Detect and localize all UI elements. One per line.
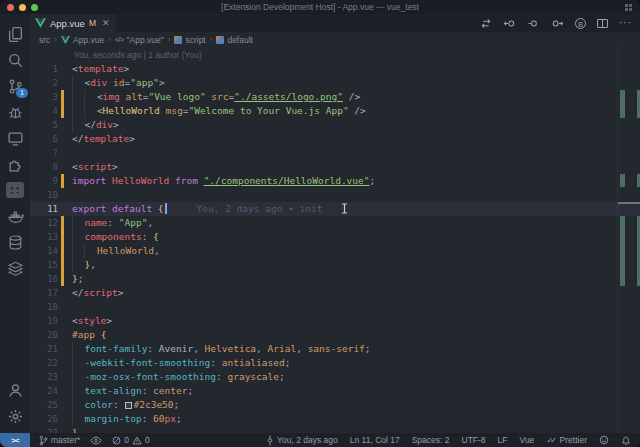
- module-symbol-icon: [174, 36, 182, 44]
- more-actions-icon[interactable]: ···: [619, 20, 632, 26]
- code-line-16[interactable]: 16};: [30, 272, 640, 286]
- activity-bar: 1: [0, 14, 30, 433]
- git-branch-item[interactable]: master*: [38, 435, 80, 446]
- git-commit-icon: [266, 435, 274, 446]
- overview-ruler[interactable]: [617, 47, 640, 433]
- code-line-2[interactable]: 2<div id="app">: [30, 76, 640, 90]
- code-line-5[interactable]: 5</div>: [30, 118, 640, 132]
- errors-icon: [112, 436, 121, 445]
- docker-icon[interactable]: [2, 203, 28, 229]
- code-line-12[interactable]: 12name: "App",: [30, 216, 640, 230]
- mouse-pointer-ibeam: [341, 203, 348, 218]
- run-debug-icon[interactable]: [2, 99, 28, 125]
- code-line-7[interactable]: 7: [30, 146, 640, 160]
- code-line-23[interactable]: 23-moz-osx-font-smoothing: grayscale;: [30, 370, 640, 384]
- settings-gear-icon[interactable]: [2, 403, 28, 429]
- code-editor[interactable]: You, seconds ago | 1 author (You) 1<temp…: [30, 47, 640, 433]
- tab-bar: App.vue M ✕ B ···: [30, 14, 640, 32]
- tab-app-vue[interactable]: App.vue M ✕: [30, 14, 116, 32]
- vscode-window: [Extension Development Host] - App.vue —…: [0, 0, 640, 447]
- indentation[interactable]: Spaces: 2: [412, 435, 450, 445]
- git-branch-icon: [38, 435, 48, 446]
- errors-count: 0: [124, 435, 129, 445]
- markup-symbol-icon: </>: [115, 36, 124, 43]
- code-line-8[interactable]: 8<script>: [30, 160, 640, 174]
- problems-item[interactable]: 0 0: [112, 435, 149, 445]
- encoding[interactable]: UTF-8: [462, 435, 486, 445]
- language-mode[interactable]: Vue: [520, 435, 535, 445]
- code-line-21[interactable]: 21font-family: Avenir, Helvetica, Arial,…: [30, 342, 640, 356]
- warnings-count: 0: [145, 435, 150, 445]
- open-changes-icon[interactable]: [527, 18, 540, 29]
- extensions-icon[interactable]: [2, 151, 28, 177]
- breadcrumb-app-vue[interactable]: App.vue: [61, 35, 104, 45]
- breadcrumb-src[interactable]: src: [39, 35, 50, 45]
- module-symbol-icon: [216, 36, 224, 44]
- layers-icon[interactable]: [2, 255, 28, 281]
- remote-icon: ><: [11, 436, 18, 445]
- accounts-icon[interactable]: [2, 377, 28, 403]
- split-editor-icon[interactable]: [597, 19, 608, 28]
- cursor-position[interactable]: Ln 11, Col 17: [350, 435, 400, 445]
- gitlens-blame-status[interactable]: You, 2 days ago: [266, 435, 338, 446]
- breadcrumb-script-symbol[interactable]: script: [174, 35, 205, 45]
- eol-sequence[interactable]: LF: [498, 435, 508, 445]
- tab-modified-indicator: M: [89, 18, 96, 28]
- remote-explorer-icon[interactable]: [2, 125, 28, 151]
- feedback-icon[interactable]: [599, 435, 609, 445]
- code-line-4[interactable]: 4<HelloWorld msg="Welcome to Your Vue.js…: [30, 104, 640, 118]
- code-line-6[interactable]: 6</template>: [30, 132, 640, 146]
- vue-logo-icon: [35, 18, 46, 28]
- vue-logo-icon: [61, 36, 70, 44]
- editor-toolbar: B ···: [480, 14, 640, 32]
- code-line-10[interactable]: 10: [30, 188, 640, 202]
- check-all-icon: ✓✓: [546, 435, 553, 445]
- previous-change-icon[interactable]: [503, 18, 516, 29]
- breadcrumbs: src › App.vue › </> "App.vue" › script ›…: [30, 32, 640, 47]
- code-line-15[interactable]: 15},: [30, 258, 640, 272]
- window-title: [Extension Development Host] - App.vue —…: [0, 2, 640, 12]
- formatter-status[interactable]: ✓✓ Prettier: [546, 435, 587, 445]
- gitlens-blame-icon[interactable]: B: [575, 18, 586, 29]
- dev-containers-icon[interactable]: [2, 177, 28, 203]
- code-line-13[interactable]: 13components: {: [30, 230, 640, 244]
- code-line-17[interactable]: 17</script>: [30, 286, 640, 300]
- remote-indicator[interactable]: ><: [0, 433, 30, 447]
- breadcrumb-default-symbol[interactable]: default: [216, 35, 253, 45]
- tab-label: App.vue: [50, 18, 85, 29]
- status-bar: >< master* 0 0 You, 2 days ago Ln 11, Co…: [0, 433, 640, 447]
- notifications-bell-icon[interactable]: [621, 435, 631, 446]
- code-line-27[interactable]: 27}: [30, 426, 640, 433]
- warnings-icon: [132, 436, 142, 445]
- source-control-icon[interactable]: 1: [2, 73, 28, 99]
- code-line-14[interactable]: 14HelloWorld,: [30, 244, 640, 258]
- code-line-19[interactable]: 19<style>: [30, 314, 640, 328]
- code-line-3[interactable]: 3<img alt="Vue logo" src="./assets/logo.…: [30, 90, 640, 104]
- code-line-26[interactable]: 26margin-top: 60px;: [30, 412, 640, 426]
- code-line-11[interactable]: 11export default {You, 2 days ago • init: [30, 202, 640, 216]
- code-line-25[interactable]: 25color: #2c3e50;: [30, 398, 640, 412]
- eye-icon: [90, 436, 102, 445]
- code-line-20[interactable]: 20#app {: [30, 328, 640, 342]
- titlebar: [Extension Development Host] - App.vue —…: [0, 0, 640, 14]
- tab-close-icon[interactable]: ✕: [102, 18, 110, 28]
- search-icon[interactable]: [2, 47, 28, 73]
- gitlens-codelens[interactable]: You, seconds ago | 1 author (You): [30, 47, 640, 62]
- database-icon[interactable]: [2, 229, 28, 255]
- next-change-icon[interactable]: [551, 18, 564, 29]
- code-line-24[interactable]: 24text-align: center;: [30, 384, 640, 398]
- breadcrumb-template-symbol[interactable]: </> "App.vue": [115, 35, 164, 45]
- source-control-badge: 1: [16, 88, 28, 98]
- explorer-icon[interactable]: [2, 21, 28, 47]
- code-line-9[interactable]: 9import HelloWorld from "./components/He…: [30, 174, 640, 188]
- compare-changes-icon[interactable]: [480, 18, 492, 29]
- code-line-22[interactable]: 22-webkit-font-smoothing: antialiased;: [30, 356, 640, 370]
- code-line-18[interactable]: 18: [30, 300, 640, 314]
- code-line-1[interactable]: 1<template>: [30, 62, 640, 76]
- code-lines: 1<template>2<div id="app">3<img alt="Vue…: [30, 62, 640, 433]
- gitlens-toggle-blame[interactable]: [90, 436, 102, 445]
